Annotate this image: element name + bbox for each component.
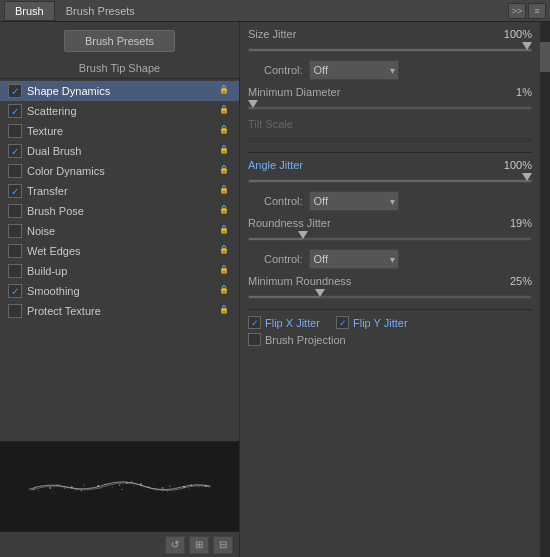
brush-list: ✓Shape Dynamics🔒✓Scattering🔒Texture🔒✓Dua… (0, 79, 239, 441)
roundness-jitter-slider[interactable] (248, 233, 532, 245)
checkbox-row-2: ✓ Brush Projection (248, 333, 532, 346)
left-panel: Brush Presets Brush Tip Shape ✓Shape Dyn… (0, 22, 240, 557)
svg-point-17 (162, 487, 164, 489)
brush-item-label-7: Noise (27, 225, 215, 237)
svg-point-2 (49, 487, 51, 489)
right-scrollbar[interactable] (540, 22, 550, 557)
svg-point-25 (52, 491, 53, 492)
flip-y-jitter-label: Flip Y Jitter (353, 317, 408, 329)
svg-point-18 (169, 485, 170, 486)
tab-scroll-btn[interactable]: >> (508, 3, 526, 19)
angle-jitter-slider[interactable] (248, 175, 532, 187)
tilt-scale-row: Tilt Scale (248, 118, 532, 130)
svg-point-14 (140, 483, 142, 485)
svg-point-0 (33, 488, 34, 489)
reset-btn[interactable]: ↺ (165, 536, 185, 554)
brush-item-dual-brush[interactable]: ✓Dual Brush🔒 (0, 141, 239, 161)
size-jitter-row: Size Jitter 100% (248, 28, 532, 40)
tab-brush-presets[interactable]: Brush Presets (55, 1, 146, 21)
svg-point-1 (40, 485, 41, 486)
right-scrollbar-thumb[interactable] (540, 42, 550, 72)
tilt-scale-slider[interactable] (248, 134, 532, 146)
brush-tip-header: Brush Tip Shape (0, 60, 239, 79)
brush-item-check-7[interactable] (8, 224, 22, 238)
brush-item-lock-2: 🔒 (219, 125, 231, 137)
min-roundness-value: 25% (497, 275, 532, 287)
brush-item-check-0[interactable]: ✓ (8, 84, 22, 98)
svg-point-11 (119, 484, 121, 486)
brush-item-lock-10: 🔒 (219, 285, 231, 297)
brush-item-protect-texture[interactable]: Protect Texture🔒 (0, 301, 239, 321)
brush-item-label-8: Wet Edges (27, 245, 215, 257)
tab-actions: >> ≡ (508, 3, 546, 19)
svg-point-27 (100, 488, 101, 489)
brush-item-label-6: Brush Pose (27, 205, 215, 217)
svg-point-5 (71, 486, 73, 488)
flip-x-jitter-checkbox[interactable]: ✓ (248, 316, 261, 329)
svg-point-9 (104, 483, 105, 484)
svg-point-24 (38, 490, 39, 491)
size-jitter-slider[interactable] (248, 44, 532, 56)
control-2-label: Control: (264, 195, 303, 207)
svg-point-32 (35, 486, 36, 487)
new-preset-btn[interactable]: ⊞ (189, 536, 209, 554)
brush-item-lock-1: 🔒 (219, 105, 231, 117)
brush-item-smoothing[interactable]: ✓Smoothing🔒 (0, 281, 239, 301)
delete-preset-btn[interactable]: ⊟ (213, 536, 233, 554)
brush-item-check-2[interactable] (8, 124, 22, 138)
brush-item-build-up[interactable]: Build-up🔒 (0, 261, 239, 281)
tab-menu-btn[interactable]: ≡ (528, 3, 546, 19)
brush-item-label-0: Shape Dynamics (27, 85, 215, 97)
brush-item-label-5: Transfer (27, 185, 215, 197)
brush-item-check-1[interactable]: ✓ (8, 104, 22, 118)
brush-item-check-11[interactable] (8, 304, 22, 318)
control-1-select[interactable]: Off (309, 60, 399, 80)
brush-item-label-3: Dual Brush (27, 145, 215, 157)
brush-item-scattering[interactable]: ✓Scattering🔒 (0, 101, 239, 121)
brush-projection-checkbox[interactable]: ✓ (248, 333, 261, 346)
brush-projection-item: ✓ Brush Projection (248, 333, 346, 346)
brush-stroke-preview (24, 472, 215, 501)
flip-x-jitter-item: ✓ Flip X Jitter (248, 316, 320, 329)
svg-point-7 (90, 487, 91, 488)
brush-item-check-4[interactable] (8, 164, 22, 178)
brush-item-check-10[interactable]: ✓ (8, 284, 22, 298)
brush-item-texture[interactable]: Texture🔒 (0, 121, 239, 141)
svg-point-19 (176, 488, 177, 489)
svg-point-37 (153, 484, 154, 485)
svg-point-22 (198, 486, 199, 487)
svg-point-13 (133, 485, 134, 486)
min-diameter-slider[interactable] (248, 102, 532, 114)
brush-item-check-9[interactable] (8, 264, 22, 278)
min-diameter-row: Minimum Diameter 1% (248, 86, 532, 98)
brush-item-check-6[interactable] (8, 204, 22, 218)
angle-jitter-row: Angle Jitter 100% (248, 159, 532, 171)
brush-item-noise[interactable]: Noise🔒 (0, 221, 239, 241)
brush-item-wet-edges[interactable]: Wet Edges🔒 (0, 241, 239, 261)
control-3-row: Control: Off (248, 249, 532, 269)
brush-item-transfer[interactable]: ✓Transfer🔒 (0, 181, 239, 201)
brush-item-lock-3: 🔒 (219, 145, 231, 157)
control-1-label: Control: (264, 64, 303, 76)
roundness-jitter-row: Roundness Jitter 19% (248, 217, 532, 229)
flip-y-jitter-checkbox[interactable]: ✓ (336, 316, 349, 329)
flip-y-jitter-item: ✓ Flip Y Jitter (336, 316, 408, 329)
svg-point-4 (64, 487, 65, 488)
brush-item-shape-dynamics[interactable]: ✓Shape Dynamics🔒 (0, 81, 239, 101)
control-2-select[interactable]: Off (309, 191, 399, 211)
brush-presets-button[interactable]: Brush Presets (64, 30, 175, 52)
tab-bar: Brush Brush Presets >> ≡ (0, 0, 550, 22)
min-roundness-slider[interactable] (248, 291, 532, 303)
brush-item-brush-pose[interactable]: Brush Pose🔒 (0, 201, 239, 221)
svg-point-26 (76, 489, 77, 490)
brush-item-check-3[interactable]: ✓ (8, 144, 22, 158)
svg-point-23 (205, 485, 207, 487)
brush-item-color-dynamics[interactable]: Color Dynamics🔒 (0, 161, 239, 181)
svg-point-35 (107, 482, 108, 483)
brush-item-check-5[interactable]: ✓ (8, 184, 22, 198)
brush-item-check-8[interactable] (8, 244, 22, 258)
control-3-select[interactable]: Off (309, 249, 399, 269)
svg-point-34 (83, 484, 84, 485)
tab-brush[interactable]: Brush (4, 1, 55, 21)
brush-item-lock-5: 🔒 (219, 185, 231, 197)
